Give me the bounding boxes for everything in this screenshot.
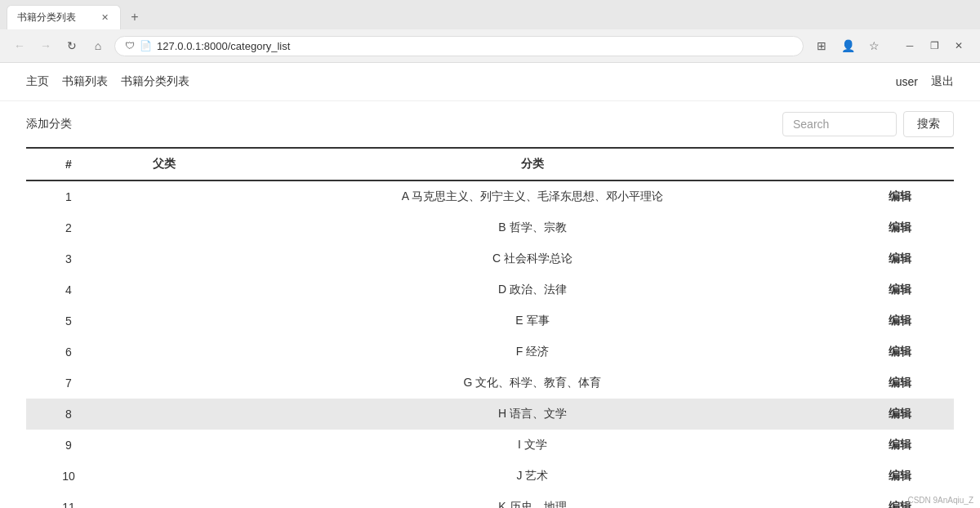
edit-link[interactable]: 编辑 — [889, 345, 911, 358]
row-id: 2 — [26, 212, 111, 243]
row-category: K 历史、地理 — [218, 492, 847, 508]
profile-button[interactable]: 👤 — [836, 34, 859, 57]
nav-logout-button[interactable]: 退出 — [931, 74, 954, 89]
edit-link[interactable]: 编辑 — [889, 469, 911, 482]
nav-link-books[interactable]: 书籍列表 — [62, 74, 108, 89]
category-table: # 父类 分类 1A 马克思主义、列宁主义、毛泽东思想、邓小平理论编辑2B 哲学… — [26, 147, 954, 508]
home-button[interactable]: ⌂ — [88, 36, 108, 56]
row-category: H 语言、文学 — [218, 399, 847, 430]
address-bar[interactable]: 🛡 📄 127.0.0.1:8000/category_list — [114, 36, 804, 56]
row-id: 7 — [26, 368, 111, 399]
table-row: 9I 文学编辑 — [26, 430, 954, 461]
nav-bar: ← → ↻ ⌂ 🛡 📄 127.0.0.1:8000/category_list… — [0, 29, 980, 62]
nav-user-label: user — [896, 75, 918, 88]
nav-right: user 退出 — [896, 74, 954, 89]
row-parent — [111, 243, 218, 274]
col-header-action — [847, 148, 954, 180]
table-body: 1A 马克思主义、列宁主义、毛泽东思想、邓小平理论编辑2B 哲学、宗教编辑3C … — [26, 180, 954, 508]
nav-link-home[interactable]: 主页 — [26, 74, 49, 89]
row-category: G 文化、科学、教育、体育 — [218, 368, 847, 399]
page-icon: 📄 — [140, 40, 152, 51]
row-id: 1 — [26, 180, 111, 212]
back-button[interactable]: ← — [10, 36, 29, 56]
table-row: 10J 艺术编辑 — [26, 461, 954, 492]
row-parent — [111, 368, 218, 399]
row-category: E 军事 — [218, 305, 847, 336]
row-id: 8 — [26, 399, 111, 430]
table-row: 5E 军事编辑 — [26, 305, 954, 336]
close-window-button[interactable]: ✕ — [947, 34, 970, 57]
search-area: 搜索 — [782, 111, 954, 137]
browser-chrome: 书籍分类列表 ✕ + ← → ↻ ⌂ 🛡 📄 127.0.0.1:8000/ca… — [0, 0, 980, 63]
row-category: C 社会科学总论 — [218, 243, 847, 274]
active-tab[interactable]: 书籍分类列表 ✕ — [7, 5, 121, 29]
row-category: D 政治、法律 — [218, 274, 847, 305]
row-action: 编辑 — [847, 399, 954, 430]
extensions-button[interactable]: ⊞ — [810, 34, 833, 57]
table-header: # 父类 分类 — [26, 148, 954, 180]
row-parent — [111, 461, 218, 492]
row-id: 5 — [26, 305, 111, 336]
col-header-id: # — [26, 148, 111, 180]
row-parent — [111, 430, 218, 461]
edit-link[interactable]: 编辑 — [889, 376, 911, 389]
row-category: F 经济 — [218, 336, 847, 368]
row-id: 3 — [26, 243, 111, 274]
tab-bar: 书籍分类列表 ✕ + — [0, 0, 980, 29]
row-id: 9 — [26, 430, 111, 461]
row-category: B 哲学、宗教 — [218, 212, 847, 243]
row-parent — [111, 274, 218, 305]
row-action: 编辑 — [847, 336, 954, 368]
page-content: 主页 书籍列表 书籍分类列表 user 退出 添加分类 搜索 # 父类 分类 — [0, 63, 980, 508]
edit-link[interactable]: 编辑 — [889, 438, 911, 451]
star-button[interactable]: ☆ — [862, 34, 885, 57]
add-category-button[interactable]: 添加分类 — [26, 117, 72, 131]
row-action: 编辑 — [847, 180, 954, 212]
row-action: 编辑 — [847, 305, 954, 336]
edit-link[interactable]: 编辑 — [889, 221, 911, 234]
row-parent — [111, 336, 218, 368]
reload-button[interactable]: ↻ — [62, 36, 82, 56]
watermark: CSDN 9AnAqiu_Z — [907, 496, 973, 505]
row-id: 4 — [26, 274, 111, 305]
table-row: 8H 语言、文学编辑 — [26, 399, 954, 430]
row-parent — [111, 212, 218, 243]
row-category: A 马克思主义、列宁主义、毛泽东思想、邓小平理论 — [218, 180, 847, 212]
toolbar: 添加分类 搜索 — [0, 101, 980, 147]
row-category: I 文学 — [218, 430, 847, 461]
row-parent — [111, 492, 218, 508]
table-row: 6F 经济编辑 — [26, 336, 954, 368]
row-action: 编辑 — [847, 430, 954, 461]
table-row: 11K 历史、地理编辑 — [26, 492, 954, 508]
browser-actions: ⊞ 👤 ☆ — [810, 34, 885, 57]
row-action: 编辑 — [847, 212, 954, 243]
nav-link-categories[interactable]: 书籍分类列表 — [121, 74, 189, 89]
minimize-button[interactable]: ─ — [898, 34, 921, 57]
edit-link[interactable]: 编辑 — [889, 407, 911, 420]
url-text: 127.0.0.1:8000/category_list — [157, 40, 290, 52]
table-row: 2B 哲学、宗教编辑 — [26, 212, 954, 243]
edit-link[interactable]: 编辑 — [889, 314, 911, 327]
row-action: 编辑 — [847, 368, 954, 399]
restore-button[interactable]: ❐ — [923, 34, 946, 57]
row-action: 编辑 — [847, 461, 954, 492]
row-parent — [111, 305, 218, 336]
edit-link[interactable]: 编辑 — [889, 252, 911, 265]
col-header-category: 分类 — [218, 148, 847, 180]
edit-link[interactable]: 编辑 — [889, 189, 911, 203]
top-nav: 主页 书籍列表 书籍分类列表 user 退出 — [0, 63, 980, 101]
edit-link[interactable]: 编辑 — [889, 283, 911, 296]
new-tab-button[interactable]: + — [124, 7, 145, 28]
window-controls: ─ ❐ ✕ — [898, 34, 970, 57]
search-input[interactable] — [782, 112, 897, 136]
row-action: 编辑 — [847, 274, 954, 305]
table-container: # 父类 分类 1A 马克思主义、列宁主义、毛泽东思想、邓小平理论编辑2B 哲学… — [0, 147, 980, 508]
table-row: 3C 社会科学总论编辑 — [26, 243, 954, 274]
row-action: 编辑 — [847, 243, 954, 274]
security-icon: 🛡 — [125, 40, 135, 51]
forward-button[interactable]: → — [36, 36, 56, 56]
tab-close-button[interactable]: ✕ — [99, 12, 110, 24]
search-button[interactable]: 搜索 — [903, 111, 954, 137]
table-row: 1A 马克思主义、列宁主义、毛泽东思想、邓小平理论编辑 — [26, 180, 954, 212]
nav-links: 主页 书籍列表 书籍分类列表 — [26, 74, 896, 89]
